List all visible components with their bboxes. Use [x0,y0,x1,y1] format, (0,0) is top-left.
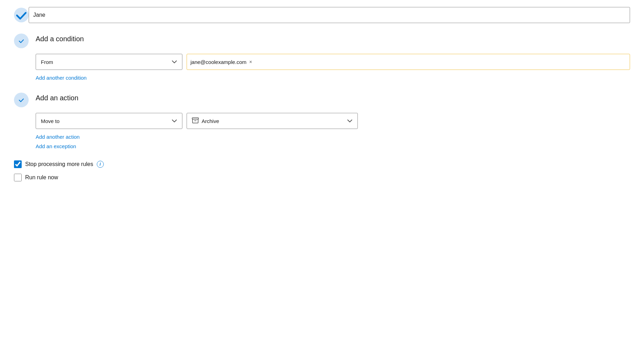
archive-dropdown-content: Archive [192,117,219,125]
action-section: Add an action Move to [14,92,630,149]
run-rule-now-row: Run rule now [14,174,630,181]
action-links: Add another action Add an exception [36,134,630,149]
condition-fields-row: From jane@coolexample.com × [36,54,630,70]
stop-processing-label: Stop processing more rules [25,161,93,167]
email-tag: jane@coolexample.com × [190,59,252,65]
run-rule-now-label: Run rule now [25,174,58,181]
moveto-dropdown[interactable]: Move to [36,113,182,129]
archive-dropdown[interactable]: Archive [187,113,358,129]
action-fields-row: Move to Archi [36,113,630,129]
action-check-icon [14,93,29,107]
moveto-dropdown-label: Move to [41,118,59,124]
stop-processing-checkbox[interactable] [14,160,22,168]
archive-dropdown-chevron [347,118,353,124]
rule-name-input[interactable] [29,7,630,23]
from-dropdown-chevron [172,59,177,65]
checkbox-section: Stop processing more rules i Run rule no… [14,160,630,181]
from-dropdown[interactable]: From [36,54,182,70]
run-rule-now-checkbox[interactable] [14,174,22,181]
condition-check-icon [14,34,29,48]
stop-processing-info-icon: i [97,161,104,168]
rule-name-section [14,7,630,23]
add-condition-link[interactable]: Add another condition [36,75,87,81]
rule-name-check-icon [14,8,29,22]
add-action-link[interactable]: Add another action [36,134,630,140]
action-body: Move to Archi [36,113,630,149]
archive-box-icon [192,117,199,125]
moveto-dropdown-chevron [172,118,177,124]
condition-header-row: Add a condition [14,33,630,48]
from-dropdown-label: From [41,59,53,65]
condition-section: Add a condition From jane@coolexample.co… [14,33,630,81]
email-tag-value: jane@coolexample.com [190,59,246,65]
condition-title: Add a condition [36,33,84,43]
add-exception-link[interactable]: Add an exception [36,143,630,149]
email-tag-input[interactable]: jane@coolexample.com × [187,54,630,70]
email-tag-close[interactable]: × [249,59,252,64]
stop-processing-row: Stop processing more rules i [14,160,630,168]
archive-dropdown-label: Archive [202,118,219,124]
svg-rect-0 [192,118,198,119]
action-title: Add an action [36,92,78,102]
condition-body: From jane@coolexample.com × Add another … [36,54,630,81]
action-header-row: Add an action [14,92,630,107]
